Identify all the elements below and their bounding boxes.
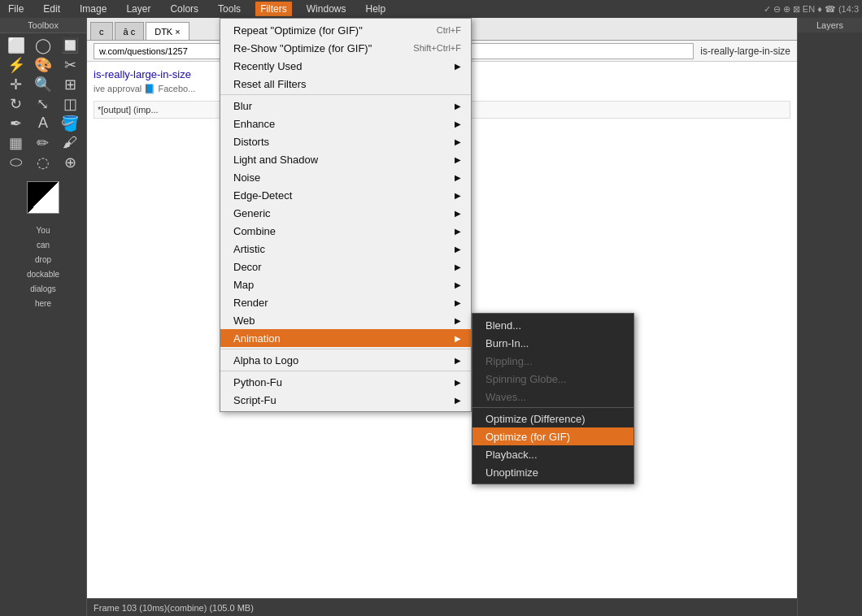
menu-colors[interactable]: Colors — [165, 2, 203, 16]
anim-waves: Waves... — [472, 388, 633, 406]
tool-eraser[interactable]: ⬭ — [3, 154, 28, 171]
menu-combine[interactable]: Combine ▶ — [220, 222, 471, 240]
menu-help[interactable]: Help — [360, 2, 390, 16]
browser-tab-3[interactable]: DTK × — [146, 22, 189, 40]
menu-artistic[interactable]: Artistic ▶ — [220, 240, 471, 258]
menu-alpha-to-logo[interactable]: Alpha to Logo ▶ — [220, 351, 471, 369]
menu-filters[interactable]: Filters — [255, 2, 292, 16]
menu-layer[interactable]: Layer — [121, 2, 155, 16]
separator-1 — [220, 94, 471, 95]
menu-repeat-optimize[interactable]: Repeat "Optimize (for GIF)" Ctrl+F — [220, 21, 471, 39]
browser-tab-2[interactable]: ā c — [115, 22, 145, 40]
menu-reshow-optimize[interactable]: Re-Show "Optimize (for GIF)" Shift+Ctrl+… — [220, 39, 471, 57]
menu-animation[interactable]: Animation ▶ — [220, 329, 471, 347]
tool-paintbrush[interactable]: 🖌 — [58, 134, 83, 152]
menu-render[interactable]: Render ▶ — [220, 293, 471, 311]
tool-text[interactable]: A — [30, 115, 55, 132]
separator-2 — [220, 349, 471, 349]
tool-path[interactable]: ✒ — [3, 115, 28, 132]
anim-playback[interactable]: Playback... — [472, 445, 633, 463]
tool-move[interactable]: ✛ — [3, 76, 28, 93]
menu-tools[interactable]: Tools — [213, 2, 246, 16]
system-tray: ✓ ⊖ ⊕ ⊠ EN ♦ ☎ (14:3 — [764, 4, 859, 15]
page-title-display: is-really-large-in-size — [700, 46, 790, 57]
menu-edit[interactable]: Edit — [38, 2, 65, 16]
menu-file[interactable]: File — [3, 2, 28, 16]
tool-shear[interactable]: ◫ — [58, 95, 83, 113]
menu-map[interactable]: Map ▶ — [220, 275, 471, 293]
animation-submenu: Blend... Burn-In... Rippling... Spinning… — [472, 313, 634, 484]
tool-scale[interactable]: ⤡ — [30, 95, 55, 113]
tool-bucket-fill[interactable]: 🪣 — [58, 115, 83, 132]
status-text: Frame 103 (10ms)(combine) (105.0 MB) — [94, 603, 254, 613]
filters-dropdown: Repeat "Optimize (for GIF)" Ctrl+F Re-Sh… — [220, 18, 472, 412]
tool-rect-select[interactable]: ⬜ — [3, 37, 28, 54]
layers-panel: Layers — [797, 18, 862, 616]
menu-distorts[interactable]: Distorts ▶ — [220, 132, 471, 150]
tool-select-by-color[interactable]: 🎨 — [30, 56, 55, 74]
anim-optimize-gif[interactable]: Optimize (for GIF) — [472, 427, 633, 445]
menu-image[interactable]: Image — [75, 2, 111, 16]
menu-web[interactable]: Web ▶ — [220, 311, 471, 329]
status-bar: Frame 103 (10ms)(combine) (105.0 MB) — [87, 598, 797, 616]
anim-unoptimize[interactable]: Unoptimize — [472, 463, 633, 481]
tool-airbrush[interactable]: ◌ — [30, 154, 55, 171]
menu-windows[interactable]: Windows — [302, 2, 351, 16]
tool-crop[interactable]: ⊞ — [58, 76, 83, 93]
menu-reset-filters[interactable]: Reset all Filters — [220, 75, 471, 93]
menu-edge-detect[interactable]: Edge-Detect ▶ — [220, 186, 471, 204]
anim-separator — [472, 407, 633, 408]
menu-enhance[interactable]: Enhance ▶ — [220, 115, 471, 132]
anim-spinning-globe: Spinning Globe... — [472, 370, 633, 388]
tool-scissors[interactable]: ✂ — [58, 56, 83, 74]
tool-fuzzy-select[interactable]: ⚡ — [3, 56, 28, 74]
anim-rippling: Rippling... — [472, 352, 633, 370]
browser-tab-1[interactable]: c — [90, 22, 113, 40]
tool-pencil[interactable]: ✏ — [30, 134, 55, 152]
anim-optimize-diff[interactable]: Optimize (Difference) — [472, 410, 633, 427]
menu-decor[interactable]: Decor ▶ — [220, 258, 471, 275]
toolbox-panel: Toolbox ⬜ ◯ 🔲 ⚡ 🎨 ✂ ✛ 🔍 ⊞ ↻ ⤡ ◫ ✒ A 🪣 ▦ … — [0, 18, 87, 616]
menu-recently-used[interactable]: Recently Used ▶ — [220, 57, 471, 75]
foreground-background-color[interactable] — [27, 181, 59, 214]
tool-lasso[interactable]: 🔲 — [58, 37, 83, 54]
tool-zoom[interactable]: 🔍 — [30, 76, 55, 93]
menu-light-shadow[interactable]: Light and Shadow ▶ — [220, 150, 471, 168]
separator-3 — [220, 371, 471, 371]
anim-blend[interactable]: Blend... — [472, 316, 633, 334]
tool-clone[interactable]: ⊕ — [58, 154, 83, 171]
menu-generic[interactable]: Generic ▶ — [220, 204, 471, 222]
menu-script-fu[interactable]: Script-Fu ▶ — [220, 391, 471, 409]
toolbox-title: Toolbox — [0, 18, 86, 33]
tool-ellipse-select[interactable]: ◯ — [30, 37, 55, 54]
layers-title: Layers — [798, 18, 862, 33]
anim-burn-in[interactable]: Burn-In... — [472, 334, 633, 352]
toolbox-hint: Youcandropdockabledialogshere — [0, 220, 86, 315]
menu-noise[interactable]: Noise ▶ — [220, 168, 471, 186]
tool-rotate[interactable]: ↻ — [3, 95, 28, 113]
menu-bar: File Edit Image Layer Colors Tools Filte… — [0, 0, 862, 18]
menu-blur[interactable]: Blur ▶ — [220, 97, 471, 115]
tool-blend[interactable]: ▦ — [3, 134, 28, 152]
menu-python-fu[interactable]: Python-Fu ▶ — [220, 373, 471, 391]
